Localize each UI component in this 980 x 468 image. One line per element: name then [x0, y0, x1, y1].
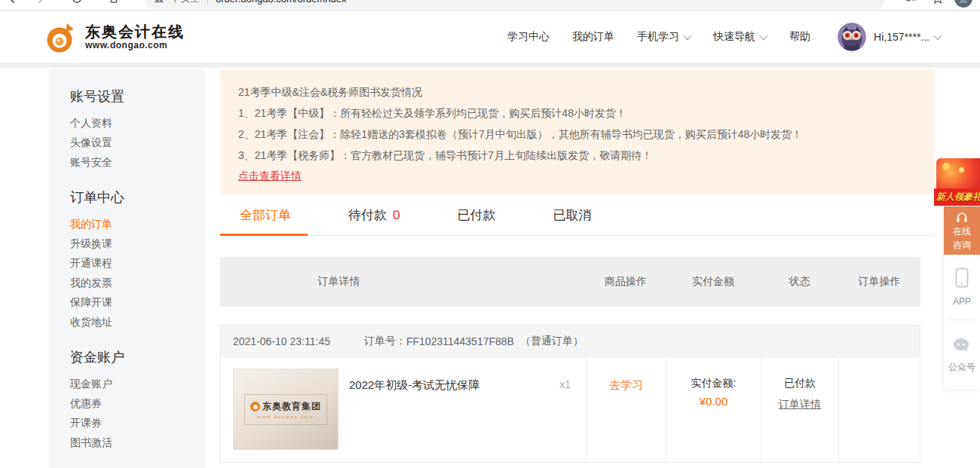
- address-divider: [207, 0, 208, 4]
- official-account-label: 公众号: [948, 361, 975, 374]
- notice-line: 2、21考季【注会】：除轻1赠送的3套模拟卷（预计7月中旬出版），其他所有辅导书…: [238, 124, 917, 145]
- page-body: 账号设置 个人资料 头像设置 账号安全 订单中心 我的订单 升级换课 开通课程 …: [0, 68, 980, 468]
- forward-icon[interactable]: [35, 0, 47, 5]
- sidebar-item-book-activation[interactable]: 图书激活: [70, 433, 205, 452]
- browser-toolbar: 不安全 order.dongao.com/order/index: [0, 0, 980, 11]
- status-badge: 已付款: [761, 375, 838, 390]
- user-greeting[interactable]: Hi,157****...: [874, 31, 941, 43]
- online-consult-button[interactable]: 在线 咨询: [944, 206, 980, 255]
- product-title[interactable]: 2022年初级-考试无忧保障: [349, 378, 559, 462]
- warning-icon: [154, 0, 164, 4]
- notice-detail-link[interactable]: 点击查看详情: [238, 167, 302, 184]
- url-text[interactable]: order.dongao.com/order/index: [216, 0, 346, 5]
- order-group: 2021-06-10 23:11:45 订单号： FF102311443517F…: [220, 325, 920, 463]
- tab-all-orders[interactable]: 全部订单: [240, 208, 291, 235]
- product-quantity: x1: [559, 378, 571, 462]
- notice-line: 1、21考季【中级】：所有轻松过关及领学系列均已现货，购买后预计48小时发货！: [238, 102, 917, 124]
- shipping-notice: 21考季中级&注会&税务师图书发货情况 1、21考季【中级】：所有轻松过关及领学…: [220, 69, 935, 194]
- order-no: FF102311443517F88B: [406, 335, 514, 347]
- sidebar-item-account-security[interactable]: 账号安全: [70, 152, 205, 172]
- pending-count-badge: 0: [393, 208, 400, 223]
- order-tabs: 全部订单 待付款0 已付款 已取消: [220, 208, 935, 236]
- paid-amount-label: 实付金额:: [666, 375, 761, 390]
- order-group-header: 2021-06-10 23:11:45 订单号： FF102311443517F…: [220, 325, 920, 357]
- col-paid-amount: 实付金额: [666, 275, 761, 289]
- back-icon[interactable]: [6, 0, 18, 5]
- notice-title: 21考季中级&注会&税务师图书发货情况: [238, 81, 917, 102]
- tab-pending-payment[interactable]: 待付款0: [348, 208, 400, 235]
- product-image[interactable]: 东奥教育集团 www.dongao.com: [233, 369, 338, 450]
- col-order-details: 订单详情: [220, 275, 586, 289]
- nav-my-orders[interactable]: 我的订单: [572, 30, 614, 44]
- order-table-header: 订单详情 商品操作 实付金额 状态 订单操作: [220, 257, 920, 307]
- sidebar: 账号设置 个人资料 头像设置 账号安全 订单中心 我的订单 升级换课 开通课程 …: [49, 69, 205, 468]
- col-status: 状态: [761, 275, 838, 289]
- sidebar-item-coupons[interactable]: 优惠券: [70, 393, 205, 413]
- product-actions-cell: 去学习: [586, 357, 666, 462]
- chevron-down-icon: [759, 32, 767, 40]
- chat-bubble-icon: [952, 337, 972, 355]
- col-order-actions: 订单操作: [838, 275, 920, 289]
- phone-icon: [954, 268, 970, 290]
- sidebar-item-upgrade-course[interactable]: 升级换课: [70, 234, 205, 253]
- dongao-mini-logo-icon: [250, 402, 260, 411]
- home-icon[interactable]: [108, 0, 120, 5]
- sidebar-item-cash-account[interactable]: 现金账户: [70, 374, 205, 393]
- col-product-actions: 商品操作: [586, 275, 666, 289]
- security-label[interactable]: 不安全: [170, 0, 200, 5]
- order-no-label: 订单号：: [364, 335, 406, 348]
- headset-icon: [955, 210, 969, 224]
- sidebar-item-open-course[interactable]: 开通课程: [70, 253, 205, 273]
- main-content: 21考季中级&注会&税务师图书发货情况 1、21考季【中级】：所有轻松过关及领学…: [220, 69, 935, 463]
- dongao-logo-icon: [44, 20, 78, 54]
- nav-help[interactable]: 帮助: [789, 30, 810, 44]
- product-image-subtext: www.dongao.com: [257, 414, 314, 419]
- order-datetime: 2021-06-10 23:11:45: [233, 335, 330, 347]
- sidebar-item-shipping-address[interactable]: 收货地址: [70, 312, 205, 332]
- sidebar-item-my-orders[interactable]: 我的订单: [70, 214, 205, 234]
- order-detail-link[interactable]: 订单详情: [779, 398, 821, 411]
- go-study-link[interactable]: 去学习: [609, 378, 643, 391]
- app-download-button[interactable]: APP: [944, 255, 980, 320]
- sidebar-item-course-coupons[interactable]: 开课券: [70, 413, 205, 433]
- owl-avatar-icon: [838, 23, 866, 51]
- logo-subtitle: www.dongao.com: [85, 40, 185, 50]
- floating-toolbar: 在线 咨询 APP 公众号: [944, 206, 980, 390]
- key-icon[interactable]: [905, 0, 917, 5]
- product-image-frame: 东奥教育集团 www.dongao.com: [244, 394, 327, 425]
- order-row: 东奥教育集团 www.dongao.com 2022年初级-考试无忧保障 x1 …: [220, 357, 920, 463]
- notice-line: 3、21考季【税务师】：官方教材已现货，辅导书预计7月上旬陆续出版发货，敬请期待…: [238, 145, 917, 166]
- nav-quick-nav[interactable]: 快速导航: [713, 30, 767, 44]
- sidebar-item-profile[interactable]: 个人资料: [70, 113, 205, 133]
- reload-icon[interactable]: [71, 0, 83, 5]
- chevron-down-icon: [933, 32, 942, 40]
- product-image-brand: 东奥教育集团: [262, 400, 321, 413]
- browser-profile-icon[interactable]: [954, 0, 972, 8]
- chevron-down-icon: [683, 32, 691, 40]
- sidebar-item-guarantee-course[interactable]: 保障开课: [70, 292, 205, 312]
- site-header: 东奥会计在线 www.dongao.com 学习中心 我的订单 手机学习 快速导…: [0, 11, 980, 63]
- newcomer-gift-banner[interactable]: 新人领豪礼: [934, 188, 980, 206]
- status-cell: 已付款 订单详情: [761, 357, 838, 462]
- order-details-cell: 东奥教育集团 www.dongao.com 2022年初级-考试无忧保障 x1: [221, 357, 586, 462]
- address-bar[interactable]: 不安全 order.dongao.com/order/index: [145, 0, 885, 9]
- nav-mobile-study[interactable]: 手机学习: [637, 30, 691, 44]
- consult-label-line2: 咨询: [953, 240, 971, 251]
- official-account-button[interactable]: 公众号: [944, 320, 980, 390]
- sidebar-item-avatar-settings[interactable]: 头像设置: [70, 133, 205, 152]
- logo-title: 东奥会计在线: [85, 23, 185, 40]
- order-actions-cell: [838, 357, 920, 462]
- sidebar-item-my-invoices[interactable]: 我的发票: [70, 273, 205, 292]
- consult-label-line1: 在线: [953, 226, 971, 237]
- app-label: APP: [953, 296, 971, 307]
- nav-study-center[interactable]: 学习中心: [507, 30, 550, 44]
- tab-cancelled[interactable]: 已取消: [553, 208, 591, 235]
- sidebar-section-funds-account: 资金账户: [70, 348, 205, 366]
- tab-paid[interactable]: 已付款: [457, 208, 495, 235]
- sidebar-section-account-settings: 账号设置: [70, 87, 205, 106]
- user-avatar[interactable]: [838, 23, 866, 51]
- bookmark-star-icon[interactable]: [932, 0, 944, 5]
- sidebar-section-order-center: 订单中心: [70, 188, 205, 206]
- site-logo[interactable]: 东奥会计在线 www.dongao.com: [44, 20, 185, 54]
- paid-amount-value: ¥0.00: [666, 395, 761, 408]
